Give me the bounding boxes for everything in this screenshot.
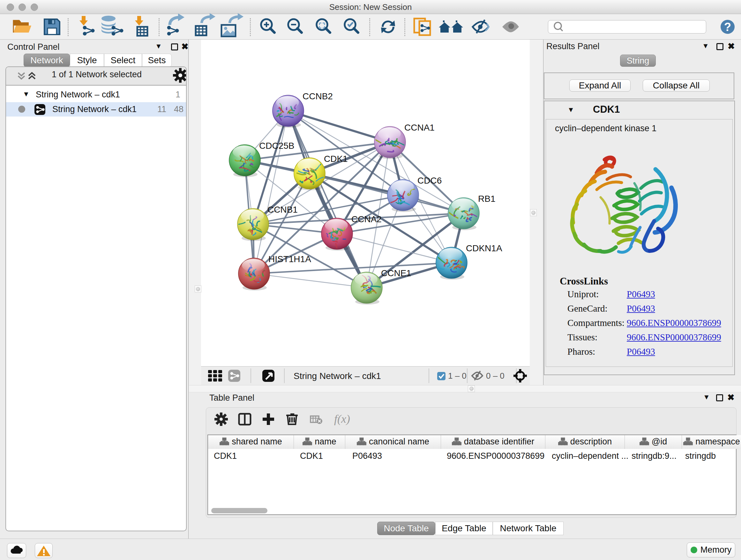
svg-text:CCNB2: CCNB2 <box>302 91 333 101</box>
svg-text:CCNB1: CCNB1 <box>267 205 298 214</box>
svg-text:1 – 0: 1 – 0 <box>448 371 467 381</box>
svg-text:CDK1: CDK1 <box>324 154 348 164</box>
svg-text:CDKN1A: CDKN1A <box>466 243 502 253</box>
svg-text:0 – 0: 0 – 0 <box>486 371 504 381</box>
svg-text:?: ? <box>724 20 731 34</box>
svg-text:CCNA2: CCNA2 <box>351 214 382 224</box>
svg-text:HIST1H1A: HIST1H1A <box>268 254 311 264</box>
svg-text:CCNA1: CCNA1 <box>404 123 434 132</box>
svg-text:1 of 1 Network selected: 1 of 1 Network selected <box>52 70 142 79</box>
svg-text:CDC6: CDC6 <box>417 176 442 186</box>
svg-text:CDC25B: CDC25B <box>259 141 294 151</box>
svg-text:CCNE1: CCNE1 <box>381 268 411 278</box>
svg-text:RB1: RB1 <box>478 194 495 204</box>
svg-text:String Network – cdk1: String Network – cdk1 <box>293 371 381 381</box>
